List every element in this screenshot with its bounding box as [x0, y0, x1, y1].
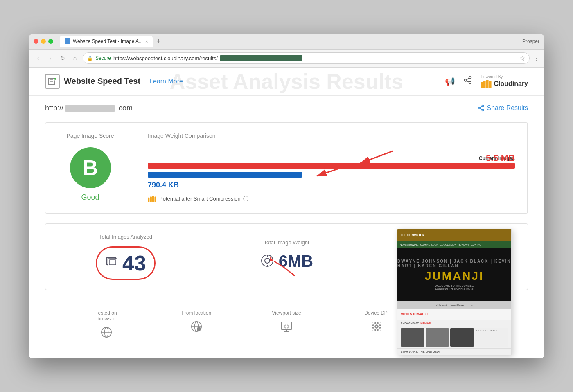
total-weight-title: Total Image Weight — [264, 239, 309, 246]
title-bar: Website Speed Test - Image A... × + Pros… — [29, 34, 544, 50]
images-icon — [105, 255, 118, 271]
home-button[interactable]: ⌂ — [70, 54, 79, 63]
powered-by: Powered By Cloudinary — [481, 74, 528, 88]
monitor-icon — [280, 320, 293, 335]
url-text: https://webspeedtest.cloudinary.com/resu… — [113, 55, 218, 61]
megaphone-icon[interactable]: 📢 — [445, 77, 455, 86]
svg-point-27 — [265, 258, 270, 263]
browser-window: Website Speed Test - Image A... × + Pros… — [29, 34, 544, 358]
svg-rect-20 — [155, 196, 156, 202]
thumb-nav-item: REVIEWS — [458, 243, 469, 246]
tab-favicon — [65, 38, 70, 44]
smart-compression-info-icon: ⓘ — [243, 195, 248, 203]
svg-rect-9 — [483, 81, 486, 88]
share-icon[interactable] — [463, 76, 472, 87]
smart-compression-text: Potential after Smart Compression — [159, 196, 241, 202]
svg-point-45 — [379, 322, 381, 324]
svg-rect-18 — [150, 196, 152, 202]
thumb-nav-item: CONTACT — [471, 243, 483, 246]
score-grade: Good — [81, 193, 99, 202]
svg-point-51 — [379, 329, 381, 331]
bookmark-icon[interactable]: ☆ — [519, 54, 525, 62]
main-content-wrapper: Page Image Score B Good Image Weight Com… — [45, 122, 528, 214]
svg-rect-19 — [152, 196, 154, 202]
close-button[interactable] — [34, 39, 38, 44]
svg-point-4 — [465, 79, 467, 81]
url-prefix: http:// — [45, 104, 63, 112]
tested-url: http:// .com — [45, 104, 133, 113]
total-weight-cell: Total Image Weight 6MB — [206, 224, 367, 290]
svg-line-15 — [480, 108, 482, 110]
back-button[interactable]: ‹ — [34, 54, 43, 63]
svg-point-48 — [379, 325, 381, 328]
svg-line-7 — [467, 78, 469, 80]
images-circle-highlight: 43 — [96, 246, 156, 280]
thumb-movies-section: MOVIES TO WATCH — [397, 309, 511, 320]
viewport-size-cell: Viewport size — [241, 307, 332, 344]
url-suffix: .com — [117, 104, 133, 112]
total-images-number: 43 — [122, 251, 146, 275]
share-results-label: Share Results — [487, 104, 528, 112]
thumb-header: THE COMMUTER — [397, 229, 511, 241]
prosper-label: Prosper — [522, 38, 539, 44]
tested-browser-cell: Tested onbrowser — [61, 307, 151, 344]
cloudinary-logo: Cloudinary — [481, 80, 528, 88]
tab-title: Website Speed Test - Image A... — [73, 38, 143, 44]
thumb-hero: DWAYNE JOHNSON | JACK BLACK | KEVIN HART… — [397, 248, 511, 301]
svg-point-5 — [469, 82, 471, 84]
forward-button[interactable]: › — [46, 54, 55, 63]
svg-point-49 — [372, 329, 374, 331]
viewport-size-label: Viewport size — [272, 310, 301, 316]
svg-point-43 — [372, 322, 374, 324]
tested-url-row: http:// .com Share Results — [45, 104, 528, 113]
svg-point-44 — [375, 322, 378, 324]
thumb-sub: WELCOME TO THE JUNGLELANDING THIS CHRIST… — [435, 284, 474, 290]
score-label: Page Image Score — [67, 133, 114, 139]
scores-weight-panel: Page Image Score B Good Image Weight Com… — [45, 122, 528, 214]
total-images-title: Total Images Analyzed — [99, 234, 152, 240]
svg-point-50 — [375, 329, 378, 331]
tab-close-icon[interactable]: × — [145, 39, 148, 44]
active-tab[interactable]: Website Speed Test - Image A... × — [60, 36, 153, 47]
url-redacted-domain — [65, 105, 115, 112]
compressed-weight-bar — [148, 172, 302, 178]
current-size: 5.5 MB — [486, 153, 515, 164]
lock-icon: 🔒 — [87, 56, 93, 61]
site-logo: A Website Speed Test Learn More — [45, 74, 183, 89]
svg-point-3 — [469, 77, 471, 79]
svg-point-47 — [375, 325, 378, 328]
minimize-button[interactable] — [41, 39, 46, 44]
page-heading-bg: Asset Analysis Results — [170, 69, 403, 94]
share-results-button[interactable]: Share Results — [477, 104, 528, 112]
score-circle: B — [70, 147, 111, 188]
thumb-nav-item: NOW SHOWING — [400, 243, 419, 246]
from-location-cell: From location — [151, 307, 241, 344]
tested-browser-label: Tested onbrowser — [96, 310, 117, 322]
svg-rect-17 — [148, 197, 149, 202]
website-thumbnail: THE COMMUTER NOW SHOWING COMING SOON CON… — [397, 229, 512, 355]
reload-button[interactable]: ↻ — [58, 54, 67, 63]
svg-text:A: A — [54, 78, 56, 81]
svg-rect-40 — [281, 322, 292, 329]
maximize-button[interactable] — [48, 39, 53, 44]
url-redacted — [220, 55, 302, 61]
svg-point-13 — [478, 107, 480, 109]
from-location-label: From location — [181, 310, 211, 316]
globe-icon — [190, 320, 203, 335]
weight-label: Image Weight Comparison — [148, 133, 515, 139]
svg-point-14 — [482, 109, 484, 111]
site-header: A Website Speed Test Learn More Asset An… — [29, 68, 544, 96]
thumb-nav-item: COMING SOON — [420, 243, 438, 246]
weight-panel: Image Weight Comparison Current Images 5… — [135, 123, 528, 213]
svg-rect-11 — [489, 81, 492, 88]
learn-more-link[interactable]: Learn More — [149, 78, 183, 85]
new-tab-button[interactable]: + — [154, 37, 162, 45]
thumb-section-title: MOVIES TO WATCH — [401, 313, 508, 315]
svg-rect-10 — [486, 80, 489, 88]
page-content: A Website Speed Test Learn More Asset An… — [29, 68, 544, 358]
browser-icon — [100, 326, 113, 340]
thumbnail-content: THE COMMUTER NOW SHOWING COMING SOON CON… — [397, 229, 511, 355]
cloudinary-name: Cloudinary — [494, 80, 528, 88]
url-bar[interactable]: 🔒 Secure https://webspeedtest.cloudinary… — [83, 52, 530, 64]
more-options-icon[interactable]: ⋮ — [533, 54, 539, 62]
